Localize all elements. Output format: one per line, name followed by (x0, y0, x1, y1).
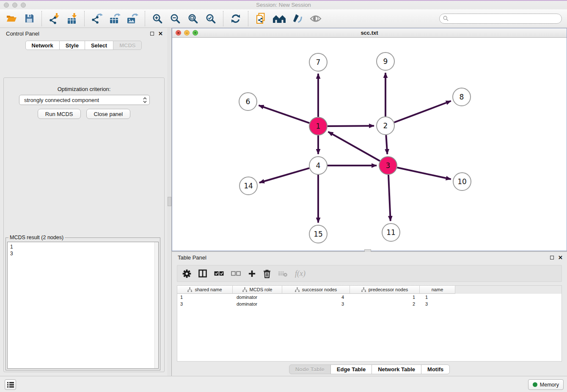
close-table-panel-icon[interactable]: ✕ (558, 255, 563, 260)
edge-1-6[interactable] (259, 105, 310, 123)
tab-motifs[interactable]: Motifs (421, 364, 450, 374)
tab-style[interactable]: Style (59, 41, 85, 50)
zoom-out-icon (170, 14, 180, 24)
export-network-button[interactable] (90, 11, 104, 26)
table-cell[interactable]: dominator (233, 301, 282, 306)
first-neighbors-button[interactable] (271, 11, 287, 26)
node-1[interactable]: 1 (309, 117, 327, 135)
memory-button[interactable]: Memory (528, 379, 564, 390)
column-header-predecessor-nodes[interactable]: predecessor nodes (350, 286, 420, 294)
node-2[interactable]: 2 (377, 117, 394, 135)
network-window: ✕ − + scc.txt 7968124314101511 (172, 28, 567, 251)
node-10[interactable]: 10 (453, 173, 471, 190)
splitter-handle[interactable] (168, 197, 171, 206)
column-header-name[interactable]: name (420, 286, 455, 294)
clone-network-button[interactable] (253, 11, 268, 26)
mcds-result-area[interactable]: 1 3 (7, 242, 159, 369)
style-button[interactable] (291, 11, 305, 26)
node-label: 9 (383, 57, 388, 66)
node-table: shared nameMCDS rolesuccessor nodesprede… (177, 285, 562, 362)
table-cell[interactable]: dominator (233, 295, 282, 300)
delete-column-button[interactable] (263, 268, 271, 279)
search-box[interactable] (439, 14, 562, 24)
tab-node-table[interactable]: Node Table (289, 364, 331, 374)
hierarchy-icon (187, 287, 192, 292)
node-7[interactable]: 7 (309, 53, 327, 71)
column-header-MCDS-role[interactable]: MCDS role (233, 286, 282, 294)
table-row[interactable]: 3dominator323 (177, 301, 561, 307)
show-hide-button[interactable] (308, 11, 323, 26)
open-folder-icon (6, 14, 17, 24)
node-15[interactable]: 15 (309, 225, 327, 243)
table-cell[interactable]: 3 (177, 301, 233, 306)
network-canvas[interactable]: 7968124314101511 (172, 38, 567, 251)
import-network-button[interactable] (47, 11, 61, 26)
tab-edge-table[interactable]: Edge Table (330, 364, 372, 374)
show-columns-button[interactable] (198, 268, 207, 279)
open-session-button[interactable] (4, 11, 19, 26)
close-panel-icon[interactable]: ✕ (158, 31, 163, 36)
edge-3-1[interactable] (328, 132, 380, 161)
deselect-all-button[interactable] (231, 268, 241, 279)
criterion-select[interactable]: strongly connected component (19, 95, 150, 105)
edge-4-14[interactable] (259, 168, 309, 182)
zoom-out-button[interactable] (168, 11, 182, 26)
close-panel-button[interactable]: Close panel (86, 109, 131, 119)
edge-2-3[interactable] (386, 135, 387, 154)
delete-table-button[interactable] (278, 268, 288, 279)
edge-1-2[interactable] (328, 126, 374, 126)
table-cell[interactable]: 2 (350, 301, 420, 306)
search-input[interactable] (449, 16, 561, 22)
style-brush-icon (292, 14, 303, 24)
node-3[interactable]: 3 (379, 157, 397, 174)
table-cell[interactable]: 3 (420, 301, 455, 306)
tab-network[interactable]: Network (25, 41, 60, 50)
apply-layout-button[interactable] (228, 11, 243, 26)
mcds-result-title: MCDS result (2 nodes) (8, 235, 65, 240)
zoom-fit-button[interactable] (186, 11, 200, 26)
column-header-shared-name[interactable]: shared name (177, 286, 233, 294)
save-session-button[interactable] (22, 11, 36, 26)
node-label: 15 (314, 230, 323, 238)
import-table-button[interactable] (65, 11, 79, 26)
network-graph[interactable]: 7968124314101511 (172, 38, 567, 251)
column-header-successor-nodes[interactable]: successor nodes (282, 286, 350, 294)
zoom-in-button[interactable] (150, 11, 165, 26)
main-toolbar (0, 9, 567, 28)
table-cell[interactable]: 4 (282, 295, 350, 300)
edge-3-10[interactable] (397, 168, 451, 179)
vertical-splitter[interactable] (167, 28, 172, 376)
run-mcds-button[interactable]: Run MCDS (38, 109, 81, 119)
edge-3-11[interactable] (388, 175, 391, 221)
table-settings-button[interactable] (182, 268, 191, 279)
float-table-panel-icon[interactable] (550, 256, 554, 259)
task-history-button[interactable] (5, 379, 16, 390)
edge-2-8[interactable] (394, 101, 451, 123)
export-table-button[interactable] (107, 11, 122, 26)
node-11[interactable]: 11 (382, 224, 400, 241)
node-6[interactable]: 6 (239, 93, 257, 110)
zoom-selected-button[interactable] (204, 11, 218, 26)
function-builder-button[interactable]: f(x) (295, 268, 306, 279)
table-row[interactable]: 1dominator411 (177, 294, 561, 301)
table-cell[interactable]: 3 (282, 301, 350, 306)
tab-network-table[interactable]: Network Table (372, 364, 421, 374)
node-14[interactable]: 14 (239, 177, 257, 195)
table-cell[interactable]: 1 (420, 295, 455, 300)
memory-label: Memory (540, 382, 559, 388)
node-8[interactable]: 8 (453, 88, 471, 106)
tab-select[interactable]: Select (85, 41, 113, 50)
tab-mcds[interactable]: MCDS (113, 41, 142, 50)
table-cell[interactable]: 1 (350, 295, 420, 300)
float-panel-icon[interactable] (150, 32, 154, 36)
import-table-icon (66, 13, 77, 24)
create-column-button[interactable] (248, 268, 256, 279)
columns-icon (198, 269, 207, 278)
table-cell[interactable]: 1 (177, 295, 233, 300)
node-4[interactable]: 4 (309, 157, 327, 174)
export-image-button[interactable] (125, 11, 140, 26)
select-all-button[interactable] (214, 268, 224, 279)
export-table-icon (109, 13, 121, 24)
result-scrollbar[interactable] (154, 242, 158, 368)
node-9[interactable]: 9 (377, 52, 394, 70)
